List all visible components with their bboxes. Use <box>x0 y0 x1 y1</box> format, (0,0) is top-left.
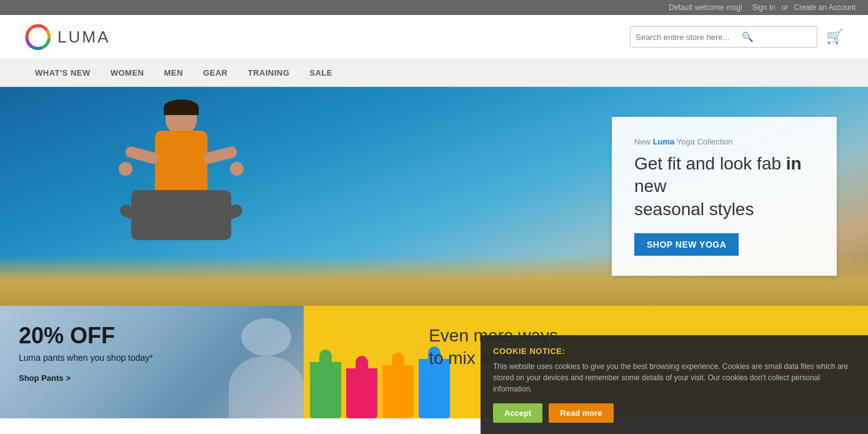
yoga-figure <box>112 99 250 287</box>
promo-description: Luma pants when you shop today* <box>19 352 285 365</box>
welcome-message: Default welcome msg! <box>669 3 742 12</box>
sign-in-link[interactable]: Sign In <box>752 3 776 12</box>
hero-title: Get fit and look fab in newseasonal styl… <box>634 153 814 221</box>
main-nav: What's New Women Men Gear Training Sale <box>0 59 868 87</box>
nav-link-women[interactable]: Women <box>101 59 154 86</box>
hero-content-box: New Luma Yoga Collection Get fit and loo… <box>612 117 837 276</box>
nav-item-men: Men <box>154 59 193 86</box>
shop-pants-link[interactable]: Shop Pants > <box>19 373 285 383</box>
promo-left-text: 20% OFF Luma pants when you shop today* … <box>19 325 285 383</box>
cookie-notice: COOKIE NOTICE: This website uses cookies… <box>481 335 868 418</box>
nav-link-men[interactable]: Men <box>154 59 193 86</box>
search-icon: 🔍 <box>742 31 754 43</box>
shirt-pink <box>346 368 377 418</box>
logo-text: LUMA <box>57 28 110 47</box>
header: LUMA 🔍 🛒 <box>0 15 868 59</box>
shirt-green <box>310 362 341 418</box>
hero-subtitle: New Luma Yoga Collection <box>634 137 814 146</box>
header-right: 🔍 🛒 <box>630 26 843 48</box>
nav-item-gear: Gear <box>193 59 238 86</box>
nav-link-gear[interactable]: Gear <box>193 59 238 86</box>
shop-pants-label: Shop Pants <box>19 373 64 383</box>
promo-discount: 20% OFF <box>19 325 285 347</box>
nav-item-whats-new: What's New <box>25 59 101 86</box>
nav-link-whats-new[interactable]: What's New <box>25 59 101 86</box>
nav-list: What's New Women Men Gear Training Sale <box>25 59 843 86</box>
shop-new-yoga-button[interactable]: Shop New Yoga <box>634 233 739 256</box>
search-button[interactable]: 🔍 <box>741 26 812 48</box>
hero-subtitle-prefix: New <box>634 137 653 146</box>
promo-left-banner: 20% OFF Luma pants when you shop today* … <box>0 306 304 418</box>
hero-brand-name: Luma <box>653 137 675 146</box>
search-bar: 🔍 <box>630 26 817 48</box>
cart-button[interactable]: 🛒 <box>826 29 843 45</box>
cart-icon: 🛒 <box>826 29 843 44</box>
hero-banner: New Luma Yoga Collection Get fit and loo… <box>0 87 868 306</box>
chevron-right-icon: > <box>66 373 71 383</box>
nav-item-training: Training <box>237 59 299 86</box>
cookie-text: This website uses cookies to give you th… <box>493 361 856 395</box>
top-bar: Default welcome msg! Sign In or Create a… <box>0 0 868 15</box>
cookie-buttons: Accept Read more <box>493 403 856 418</box>
logo-link[interactable]: LUMA <box>25 24 110 50</box>
logo-icon <box>25 24 51 50</box>
shirt-orange <box>382 365 414 418</box>
cookie-accept-button[interactable]: Accept <box>493 403 542 418</box>
nav-link-training[interactable]: Training <box>237 59 299 86</box>
nav-link-sale[interactable]: Sale <box>299 59 342 86</box>
or-text: or <box>781 3 788 12</box>
create-account-link[interactable]: Create an Account <box>794 3 856 12</box>
hero-subtitle-suffix: Yoga Collection <box>677 137 733 146</box>
nav-item-sale: Sale <box>299 59 342 86</box>
search-input[interactable] <box>636 33 741 42</box>
cookie-title: COOKIE NOTICE: <box>493 346 856 356</box>
nav-item-women: Women <box>101 59 154 86</box>
cookie-read-more-button[interactable]: Read more <box>549 403 613 418</box>
